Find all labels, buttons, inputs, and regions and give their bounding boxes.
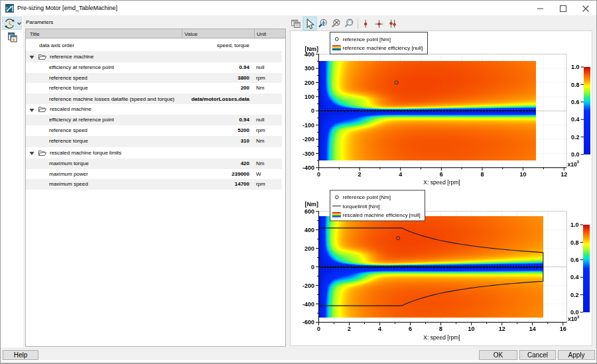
svg-text:600: 600 [304,208,314,215]
svg-text:[Nm]: [Nm] [305,46,319,52]
svg-text:-400: -400 [302,164,314,171]
svg-text:12: 12 [561,171,567,178]
svg-text:0.0: 0.0 [571,151,580,158]
svg-text:300: 300 [304,65,314,72]
svg-text:2: 2 [348,326,351,332]
svg-text:10: 10 [520,171,527,178]
svg-text:200: 200 [304,245,314,252]
svg-text:reference machine efficiency [: reference machine efficiency [null] [343,45,423,51]
svg-text:8: 8 [439,326,442,332]
svg-text:0.4: 0.4 [570,274,579,280]
svg-text:100: 100 [304,93,314,100]
svg-text:2: 2 [358,171,362,178]
svg-text:4: 4 [399,171,402,178]
svg-text:6: 6 [440,171,443,178]
svg-text:200: 200 [304,80,314,86]
svg-text:0.6: 0.6 [570,257,579,263]
svg-text:0.6: 0.6 [571,99,580,105]
svg-text:-100: -100 [302,122,314,129]
svg-text:400: 400 [304,227,314,233]
svg-text:0: 0 [311,107,314,114]
svg-text:0: 0 [317,326,320,332]
svg-text:0.8: 0.8 [571,82,580,88]
svg-text:0: 0 [311,264,314,271]
svg-text:1.0: 1.0 [570,221,579,228]
svg-text:4: 4 [378,326,381,332]
svg-text:-300: -300 [302,151,314,157]
svg-text:16: 16 [560,326,566,332]
svg-text:6: 6 [409,326,412,332]
svg-text:x10: x10 [568,316,577,322]
svg-text:-600: -600 [302,319,314,326]
svg-text:[Nm]: [Nm] [305,201,319,208]
svg-text:0.4: 0.4 [571,116,580,123]
svg-text:8: 8 [480,171,484,178]
svg-text:3: 3 [577,160,580,164]
svg-text:1.0: 1.0 [571,64,580,70]
svg-text:X: speed [rpm]: X: speed [rpm] [423,334,460,341]
svg-text:0.8: 0.8 [570,239,579,246]
svg-text:12: 12 [499,326,505,332]
svg-text:0.2: 0.2 [570,292,579,298]
svg-text:-400: -400 [302,301,314,308]
svg-text:0.0: 0.0 [570,309,579,316]
svg-text:X: speed [rpm]: X: speed [rpm] [423,179,460,186]
svg-text:reference point [Nm]: reference point [Nm] [343,194,391,200]
svg-text:10: 10 [468,326,475,332]
svg-text:x10: x10 [568,161,577,168]
svg-text:-200: -200 [302,136,314,143]
svg-text:-200: -200 [302,282,314,289]
svg-text:0: 0 [317,171,320,178]
svg-text:torquelimit [Nm]: torquelimit [Nm] [343,204,380,210]
svg-text:0.2: 0.2 [571,134,580,141]
svg-text:14: 14 [529,326,536,332]
svg-text:rescaled machine efficiency [n: rescaled machine efficiency [null] [343,212,421,218]
svg-text:reference point [Nm]: reference point [Nm] [343,36,391,42]
